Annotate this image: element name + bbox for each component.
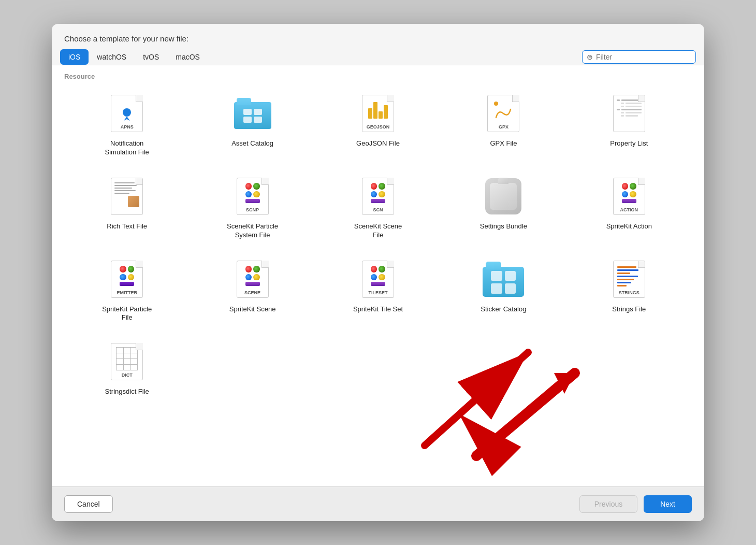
apns-icon: APNS <box>106 93 148 134</box>
rtf-icon <box>106 176 148 217</box>
item-tileset[interactable]: TILESET SpriteKit Tile Set <box>315 250 441 333</box>
empty-cell-1 <box>190 333 315 407</box>
footer-right: Previous Next <box>579 495 692 513</box>
sticker-catalog-icon <box>483 259 524 300</box>
emitter-label: SpriteKit ParticleFile <box>102 305 152 323</box>
item-scene[interactable]: SCENE SpriteKit Scene <box>190 250 315 333</box>
tileset-label: SpriteKit Tile Set <box>353 305 403 314</box>
filter-icon: ⊜ <box>587 53 593 61</box>
gpx-icon: GPX <box>483 93 524 134</box>
svg-rect-3 <box>243 117 252 123</box>
tileset-icon: TILESET <box>357 259 399 300</box>
item-scnp[interactable]: SCNP SceneKit ParticleSystem File <box>190 167 315 250</box>
svg-rect-1 <box>243 109 252 115</box>
previous-button[interactable]: Previous <box>579 495 637 513</box>
svg-rect-4 <box>254 117 262 123</box>
toolbar: iOS watchOS tvOS macOS ⊜ <box>52 49 704 65</box>
dict-label: Stringsdict File <box>105 388 149 396</box>
action-label: SpriteKit Action <box>606 222 652 231</box>
geojson-icon: GEOJSON <box>357 93 399 134</box>
dialog-footer: Cancel Previous Next <box>52 486 704 521</box>
tab-macos[interactable]: macOS <box>167 49 208 65</box>
next-button[interactable]: Next <box>644 495 692 513</box>
scn-label: SceneKit SceneFile <box>354 222 402 240</box>
rtf-label: Rich Text File <box>107 222 147 231</box>
item-emitter[interactable]: EMITTER SpriteKit ParticleFile <box>64 250 190 333</box>
asset-catalog-label: Asset Catalog <box>231 139 273 148</box>
empty-cell-3 <box>441 333 566 407</box>
gpx-label: GPX File <box>490 139 517 148</box>
tab-tvos[interactable]: tvOS <box>135 49 167 65</box>
filter-wrap: ⊜ <box>582 50 696 64</box>
plist-label: Property List <box>610 139 648 148</box>
item-scn[interactable]: SCN SceneKit SceneFile <box>315 167 441 250</box>
item-dict[interactable]: DICT Stringsdict File <box>64 333 190 407</box>
empty-cell-2 <box>315 333 441 407</box>
geojson-label: GeoJSON File <box>356 139 400 148</box>
item-plist[interactable]: Property List <box>566 84 692 167</box>
action-icon: ACTION <box>608 176 650 217</box>
settings-label: Settings Bundle <box>480 222 527 231</box>
filter-input[interactable] <box>596 53 691 61</box>
scnp-label: SceneKit ParticleSystem File <box>227 222 278 240</box>
tab-watchos[interactable]: watchOS <box>89 49 135 65</box>
scene-icon: SCENE <box>232 259 273 300</box>
scnp-icon: SCNP <box>232 176 273 217</box>
item-settings[interactable]: Settings Bundle <box>441 167 566 250</box>
items-grid: APNS NotificationSimulation File <box>64 84 692 407</box>
scn-icon: SCN <box>357 176 399 217</box>
sticker-catalog-label: Sticker Catalog <box>481 305 526 314</box>
item-rtf[interactable]: Rich Text File <box>64 167 190 250</box>
asset-catalog-icon <box>232 93 273 134</box>
content-area: Resource APNS <box>52 65 704 486</box>
settings-icon <box>483 176 524 217</box>
apns-label: NotificationSimulation File <box>105 139 149 157</box>
item-apns[interactable]: APNS NotificationSimulation File <box>64 84 190 167</box>
svg-point-0 <box>123 108 131 117</box>
item-gpx[interactable]: GPX GPX File <box>441 84 566 167</box>
strings-label: Strings File <box>612 305 646 314</box>
dict-icon: DICT <box>106 341 148 382</box>
emitter-icon: EMITTER <box>106 259 148 300</box>
section-label: Resource <box>64 65 692 84</box>
plist-icon <box>608 93 650 134</box>
item-sticker-catalog[interactable]: Sticker Catalog <box>441 250 566 333</box>
template-dialog: Choose a template for your new file: iOS… <box>52 24 704 521</box>
item-geojson[interactable]: GEOJSON GeoJSON File <box>315 84 441 167</box>
svg-rect-2 <box>254 109 262 115</box>
item-action[interactable]: ACTION SpriteKit Action <box>566 167 692 250</box>
scene-label: SpriteKit Scene <box>229 305 276 314</box>
empty-cell-4 <box>566 333 692 407</box>
item-strings[interactable]: STRINGS Strings File <box>566 250 692 333</box>
tab-ios[interactable]: iOS <box>60 49 89 65</box>
dialog-title: Choose a template for your new file: <box>52 24 704 49</box>
strings-icon: STRINGS <box>608 259 650 300</box>
cancel-button[interactable]: Cancel <box>64 495 113 513</box>
item-asset-catalog[interactable]: Asset Catalog <box>190 84 315 167</box>
